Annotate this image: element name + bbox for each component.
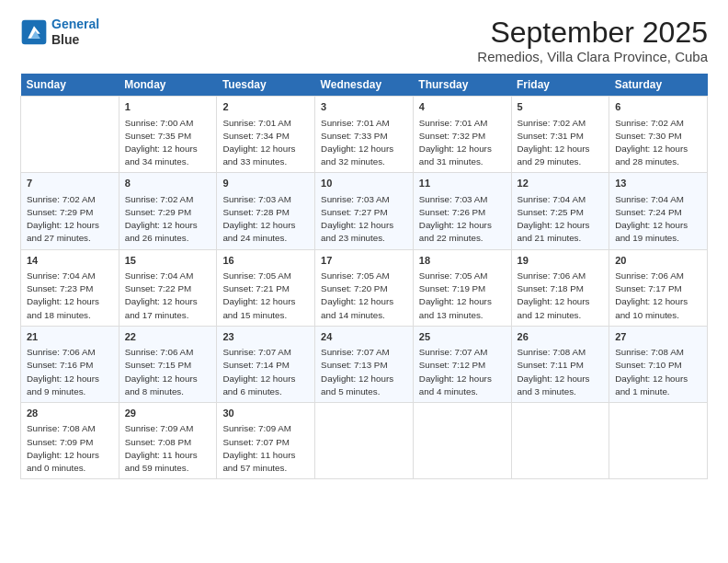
- weekday-header: Sunday: [21, 74, 119, 97]
- page: General Blue September 2025 Remedios, Vi…: [0, 0, 728, 563]
- logo: General Blue: [20, 17, 99, 48]
- cell-content: Sunrise: 7:00 AMSunset: 7:35 PMDaylight:…: [125, 117, 211, 169]
- cell-content: Sunrise: 7:01 AMSunset: 7:32 PMDaylight:…: [419, 117, 506, 169]
- day-number: 28: [27, 407, 113, 420]
- cell-content: Sunrise: 7:04 AMSunset: 7:24 PMDaylight:…: [615, 193, 701, 246]
- day-number: 1: [125, 100, 211, 114]
- calendar-cell: 13Sunrise: 7:04 AMSunset: 7:24 PMDayligh…: [609, 173, 708, 249]
- day-number: 25: [419, 330, 506, 344]
- cell-content: Sunrise: 7:02 AMSunset: 7:29 PMDaylight:…: [27, 193, 113, 246]
- calendar-table: SundayMondayTuesdayWednesdayThursdayFrid…: [20, 74, 708, 479]
- day-number: 14: [27, 254, 113, 268]
- weekday-header: Saturday: [609, 74, 708, 97]
- cell-content: Sunrise: 7:04 AMSunset: 7:22 PMDaylight:…: [125, 270, 211, 322]
- day-number: 24: [321, 330, 407, 344]
- calendar-cell: 30Sunrise: 7:09 AMSunset: 7:07 PMDayligh…: [217, 403, 315, 479]
- logo-line2: Blue: [51, 32, 99, 48]
- weekday-header: Monday: [119, 74, 217, 97]
- day-number: 7: [27, 177, 113, 190]
- calendar-title: September 2025: [477, 17, 708, 49]
- calendar-cell: 4Sunrise: 7:01 AMSunset: 7:32 PMDaylight…: [413, 97, 511, 173]
- calendar-cell: 28Sunrise: 7:08 AMSunset: 7:09 PMDayligh…: [21, 403, 119, 479]
- cell-content: Sunrise: 7:08 AMSunset: 7:10 PMDaylight:…: [615, 346, 701, 398]
- calendar-cell: 1Sunrise: 7:00 AMSunset: 7:35 PMDaylight…: [119, 97, 217, 173]
- day-number: 16: [222, 254, 309, 268]
- calendar-body: 1Sunrise: 7:00 AMSunset: 7:35 PMDaylight…: [21, 97, 708, 479]
- day-number: 26: [518, 330, 604, 344]
- day-number: 12: [518, 177, 604, 190]
- cell-content: Sunrise: 7:03 AMSunset: 7:28 PMDaylight:…: [222, 193, 309, 246]
- title-block: September 2025 Remedios, Villa Clara Pro…: [477, 17, 708, 64]
- calendar-week-row: 28Sunrise: 7:08 AMSunset: 7:09 PMDayligh…: [21, 403, 708, 479]
- weekday-row: SundayMondayTuesdayWednesdayThursdayFrid…: [21, 74, 708, 97]
- day-number: 13: [615, 177, 701, 190]
- calendar-cell: [511, 403, 609, 479]
- calendar-cell: 7Sunrise: 7:02 AMSunset: 7:29 PMDaylight…: [21, 173, 119, 249]
- cell-content: Sunrise: 7:05 AMSunset: 7:21 PMDaylight:…: [222, 270, 309, 322]
- cell-content: Sunrise: 7:06 AMSunset: 7:15 PMDaylight:…: [125, 346, 211, 398]
- cell-content: Sunrise: 7:06 AMSunset: 7:17 PMDaylight:…: [615, 270, 701, 322]
- calendar-cell: 5Sunrise: 7:02 AMSunset: 7:31 PMDaylight…: [511, 97, 609, 173]
- calendar-cell: 6Sunrise: 7:02 AMSunset: 7:30 PMDaylight…: [609, 97, 708, 173]
- day-number: 27: [615, 330, 701, 344]
- calendar-week-row: 7Sunrise: 7:02 AMSunset: 7:29 PMDaylight…: [21, 173, 708, 249]
- calendar-cell: 3Sunrise: 7:01 AMSunset: 7:33 PMDaylight…: [315, 97, 414, 173]
- cell-content: Sunrise: 7:07 AMSunset: 7:13 PMDaylight:…: [321, 346, 407, 398]
- weekday-header: Tuesday: [217, 74, 315, 97]
- day-number: 2: [222, 100, 309, 114]
- calendar-cell: 2Sunrise: 7:01 AMSunset: 7:34 PMDaylight…: [217, 97, 315, 173]
- cell-content: Sunrise: 7:01 AMSunset: 7:34 PMDaylight:…: [222, 117, 309, 169]
- day-number: 15: [125, 254, 211, 268]
- calendar-cell: 14Sunrise: 7:04 AMSunset: 7:23 PMDayligh…: [21, 249, 119, 326]
- cell-content: Sunrise: 7:03 AMSunset: 7:27 PMDaylight:…: [321, 193, 407, 246]
- calendar-cell: 10Sunrise: 7:03 AMSunset: 7:27 PMDayligh…: [315, 173, 414, 249]
- calendar-cell: 17Sunrise: 7:05 AMSunset: 7:20 PMDayligh…: [315, 249, 414, 326]
- calendar-cell: 22Sunrise: 7:06 AMSunset: 7:15 PMDayligh…: [119, 326, 217, 402]
- calendar-cell: [609, 403, 708, 479]
- cell-content: Sunrise: 7:01 AMSunset: 7:33 PMDaylight:…: [321, 117, 407, 169]
- calendar-cell: 21Sunrise: 7:06 AMSunset: 7:16 PMDayligh…: [21, 326, 119, 402]
- day-number: 21: [27, 330, 113, 344]
- day-number: 6: [615, 100, 701, 114]
- logo-text: General Blue: [51, 17, 99, 48]
- cell-content: Sunrise: 7:06 AMSunset: 7:18 PMDaylight:…: [518, 270, 604, 322]
- cell-content: Sunrise: 7:03 AMSunset: 7:26 PMDaylight:…: [419, 193, 506, 246]
- header: General Blue September 2025 Remedios, Vi…: [20, 17, 708, 64]
- calendar-cell: 27Sunrise: 7:08 AMSunset: 7:10 PMDayligh…: [609, 326, 708, 402]
- calendar-cell: 9Sunrise: 7:03 AMSunset: 7:28 PMDaylight…: [217, 173, 315, 249]
- cell-content: Sunrise: 7:05 AMSunset: 7:20 PMDaylight:…: [321, 270, 407, 322]
- day-number: 9: [222, 177, 309, 190]
- calendar-week-row: 21Sunrise: 7:06 AMSunset: 7:16 PMDayligh…: [21, 326, 708, 402]
- day-number: 11: [419, 177, 506, 190]
- cell-content: Sunrise: 7:09 AMSunset: 7:08 PMDaylight:…: [125, 422, 211, 475]
- calendar-cell: 20Sunrise: 7:06 AMSunset: 7:17 PMDayligh…: [609, 249, 708, 326]
- cell-content: Sunrise: 7:07 AMSunset: 7:14 PMDaylight:…: [222, 346, 309, 398]
- day-number: 3: [321, 100, 407, 114]
- calendar-cell: 11Sunrise: 7:03 AMSunset: 7:26 PMDayligh…: [413, 173, 511, 249]
- day-number: 22: [125, 330, 211, 344]
- calendar-cell: 12Sunrise: 7:04 AMSunset: 7:25 PMDayligh…: [511, 173, 609, 249]
- calendar-cell: [21, 97, 119, 173]
- day-number: 17: [321, 254, 407, 268]
- calendar-cell: [315, 403, 414, 479]
- cell-content: Sunrise: 7:05 AMSunset: 7:19 PMDaylight:…: [419, 270, 506, 322]
- calendar-cell: 19Sunrise: 7:06 AMSunset: 7:18 PMDayligh…: [511, 249, 609, 326]
- day-number: 10: [321, 177, 407, 190]
- calendar-week-row: 14Sunrise: 7:04 AMSunset: 7:23 PMDayligh…: [21, 249, 708, 326]
- cell-content: Sunrise: 7:08 AMSunset: 7:11 PMDaylight:…: [518, 346, 604, 398]
- calendar-cell: 25Sunrise: 7:07 AMSunset: 7:12 PMDayligh…: [413, 326, 511, 402]
- cell-content: Sunrise: 7:09 AMSunset: 7:07 PMDaylight:…: [222, 422, 309, 475]
- day-number: 18: [419, 254, 506, 268]
- cell-content: Sunrise: 7:08 AMSunset: 7:09 PMDaylight:…: [27, 422, 113, 475]
- cell-content: Sunrise: 7:02 AMSunset: 7:31 PMDaylight:…: [518, 117, 604, 169]
- cell-content: Sunrise: 7:02 AMSunset: 7:30 PMDaylight:…: [615, 117, 701, 169]
- calendar-cell: [413, 403, 511, 479]
- cell-content: Sunrise: 7:07 AMSunset: 7:12 PMDaylight:…: [419, 346, 506, 398]
- calendar-cell: 26Sunrise: 7:08 AMSunset: 7:11 PMDayligh…: [511, 326, 609, 402]
- day-number: 23: [222, 330, 309, 344]
- calendar-cell: 23Sunrise: 7:07 AMSunset: 7:14 PMDayligh…: [217, 326, 315, 402]
- day-number: 5: [518, 100, 604, 114]
- day-number: 8: [125, 177, 211, 190]
- day-number: 30: [222, 407, 309, 420]
- calendar-cell: 29Sunrise: 7:09 AMSunset: 7:08 PMDayligh…: [119, 403, 217, 479]
